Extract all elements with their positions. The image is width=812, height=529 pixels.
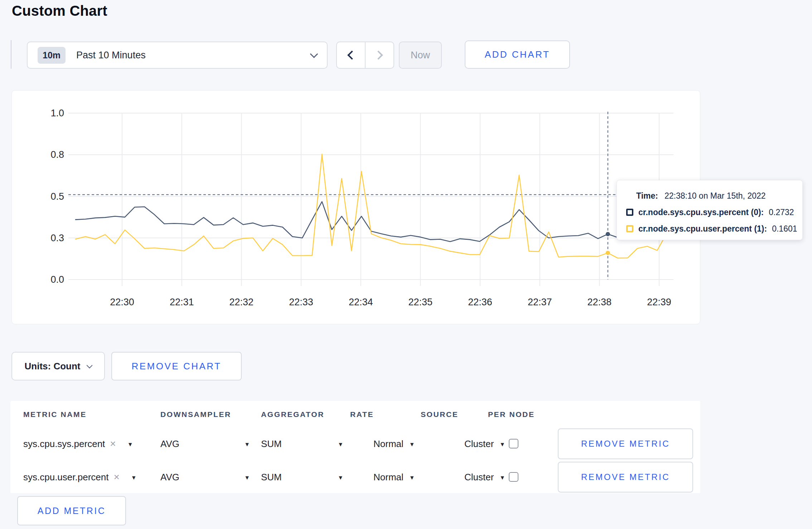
source-value: Cluster <box>464 438 494 450</box>
remove-metric-button[interactable]: REMOVE METRIC <box>558 462 693 492</box>
caret-down-icon: ▼ <box>338 475 343 481</box>
time-range-badge: 10m <box>38 47 66 64</box>
remove-chart-button[interactable]: REMOVE CHART <box>111 352 242 380</box>
units-label: Units: Count <box>25 361 81 372</box>
tooltip-series-name: cr.node.sys.cpu.user.percent (1): <box>638 224 767 234</box>
source-select[interactable]: Cluster ▼ <box>464 428 505 459</box>
rate-value: Normal <box>373 438 403 450</box>
col-header-metric-name: METRIC NAME <box>23 410 87 419</box>
x-axis-tick: 22:32 <box>229 297 254 307</box>
x-axis-tick: 22:37 <box>528 297 552 307</box>
downsampler-select[interactable]: AVG ▼ <box>160 462 250 492</box>
y-axis-tick: 0.3 <box>50 233 64 243</box>
col-header-rate: RATE <box>350 410 374 419</box>
caret-down-icon: ▼ <box>338 441 343 448</box>
x-axis-tick: 22:39 <box>647 297 671 307</box>
col-header-per-node: PER NODE <box>488 410 535 419</box>
metrics-table: METRIC NAME DOWNSAMPLER AGGREGATOR RATE … <box>10 401 700 493</box>
y-axis-tick: 0.0 <box>50 274 64 285</box>
tooltip-series-value: 0.2732 <box>769 208 794 217</box>
units-select[interactable]: Units: Count <box>11 352 105 380</box>
remove-metric-button[interactable]: REMOVE METRIC <box>558 428 693 459</box>
x-axis-tick: 22:31 <box>170 297 194 307</box>
time-range-label: Past 10 Minutes <box>76 50 146 61</box>
tooltip-series-name: cr.node.sys.cpu.sys.percent (0): <box>638 208 764 217</box>
next-time-button[interactable] <box>365 42 393 68</box>
toolbar-left-divider <box>11 40 11 69</box>
y-axis-tick: 0.8 <box>50 149 64 160</box>
per-node-checkbox[interactable] <box>509 439 518 448</box>
now-button[interactable]: Now <box>399 42 442 69</box>
caret-down-icon: ▼ <box>409 475 415 481</box>
y-axis-tick: 0.5 <box>50 191 64 202</box>
chevron-down-icon <box>87 363 93 369</box>
close-icon[interactable]: × <box>110 438 116 450</box>
metric-name-value: sys.cpu.sys.percent <box>23 438 105 450</box>
tooltip-time-value: 22:38:10 on Mar 15th, 2022 <box>664 191 766 201</box>
prev-time-button[interactable] <box>337 42 365 68</box>
x-axis-tick: 22:30 <box>110 297 134 307</box>
caret-down-icon: ▼ <box>244 475 250 481</box>
aggregator-select[interactable]: SUM ▼ <box>261 462 343 492</box>
add-chart-button[interactable]: ADD CHART <box>465 40 570 69</box>
tooltip-time-label: Time: <box>636 191 658 201</box>
series-line <box>76 202 667 242</box>
metric-name-select[interactable]: sys.cpu.user.percent × ▼ <box>23 462 152 492</box>
timeseries-chart[interactable]: 1.00.80.50.30.022:3022:3122:3222:3322:34… <box>11 90 700 324</box>
caret-down-icon: ▼ <box>409 441 415 448</box>
page-title: Custom Chart <box>12 3 107 19</box>
metric-name-value: sys.cpu.user.percent <box>23 472 108 483</box>
caret-down-icon: ▼ <box>499 441 505 448</box>
time-range-select[interactable]: 10m Past 10 Minutes <box>27 42 328 69</box>
custom-chart-page: Custom Chart 10m Past 10 Minutes Now ADD… <box>0 0 812 529</box>
rate-select[interactable]: Normal ▼ <box>373 428 415 459</box>
aggregator-value: SUM <box>261 472 282 483</box>
table-row: sys.cpu.sys.percent × ▼ AVG ▼ SUM ▼ Norm… <box>10 428 700 459</box>
rate-select[interactable]: Normal ▼ <box>373 462 415 492</box>
per-node-checkbox[interactable] <box>509 472 518 482</box>
rate-value: Normal <box>373 472 403 483</box>
x-axis-tick: 22:34 <box>349 297 373 307</box>
caret-down-icon: ▼ <box>127 441 133 448</box>
col-header-downsampler: DOWNSAMPLER <box>160 410 231 419</box>
series-line <box>76 154 667 258</box>
table-row: sys.cpu.user.percent × ▼ AVG ▼ SUM ▼ Nor… <box>10 462 700 492</box>
downsampler-value: AVG <box>160 472 179 483</box>
downsampler-value: AVG <box>160 438 179 450</box>
add-metric-button[interactable]: ADD METRIC <box>17 496 126 525</box>
source-select[interactable]: Cluster ▼ <box>464 462 505 492</box>
series-user-swatch-icon <box>626 225 633 232</box>
downsampler-select[interactable]: AVG ▼ <box>160 428 250 459</box>
time-nav-group <box>336 42 394 69</box>
chevron-left-icon <box>347 50 356 59</box>
x-axis-tick: 22:36 <box>468 297 492 307</box>
metric-name-select[interactable]: sys.cpu.sys.percent × ▼ <box>23 428 152 459</box>
chevron-down-icon <box>310 50 318 58</box>
caret-down-icon: ▼ <box>244 441 250 448</box>
caret-down-icon: ▼ <box>499 475 505 481</box>
close-icon[interactable]: × <box>113 471 119 483</box>
aggregator-value: SUM <box>261 438 282 450</box>
chart-canvas[interactable]: 1.00.80.50.30.022:3022:3122:3222:3322:34… <box>12 91 700 324</box>
chevron-right-icon <box>374 50 383 59</box>
y-axis-tick: 1.0 <box>50 108 64 118</box>
chart-hover-tooltip: Time: 22:38:10 on Mar 15th, 2022 cr.node… <box>617 180 803 240</box>
caret-down-icon: ▼ <box>131 475 137 481</box>
x-axis-tick: 22:35 <box>409 297 433 307</box>
aggregator-select[interactable]: SUM ▼ <box>261 428 343 459</box>
x-axis-tick: 22:33 <box>289 297 313 307</box>
tooltip-series-value: 0.1601 <box>772 224 797 234</box>
col-header-source: SOURCE <box>421 410 458 419</box>
source-value: Cluster <box>464 472 494 483</box>
col-header-aggregator: AGGREGATOR <box>261 410 324 419</box>
crosshair-marker <box>606 232 610 236</box>
series-sys-swatch-icon <box>626 209 633 216</box>
x-axis-tick: 22:38 <box>588 297 612 307</box>
crosshair-marker <box>606 251 610 255</box>
